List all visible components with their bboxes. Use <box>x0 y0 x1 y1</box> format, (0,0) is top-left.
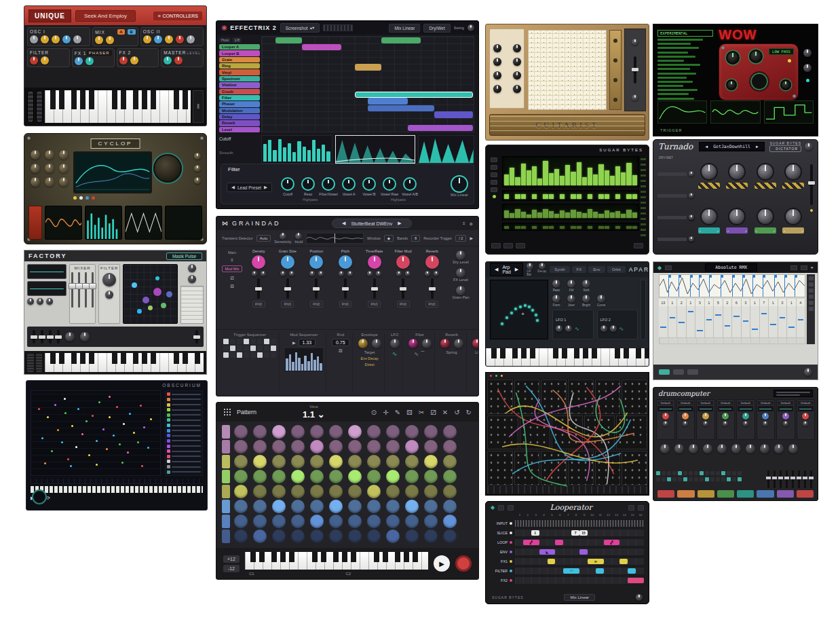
prev-icon[interactable]: ◀ <box>342 221 345 226</box>
mode-button[interactable] <box>491 187 497 192</box>
row-button[interactable] <box>809 276 814 280</box>
fx-amount-knob[interactable] <box>784 208 802 225</box>
gate-step[interactable] <box>549 194 554 199</box>
mod-step[interactable] <box>598 226 603 229</box>
slice-number-cell[interactable]: 6 <box>732 299 742 306</box>
knob[interactable] <box>632 94 638 101</box>
pattern-cell[interactable] <box>443 425 457 439</box>
effect-step-row[interactable]: ◣ <box>514 548 645 556</box>
preset-list-item[interactable] <box>657 64 700 66</box>
velocity-step-bar[interactable] <box>565 212 570 218</box>
pattern-cell[interactable] <box>367 530 381 543</box>
gate-step[interactable] <box>626 194 631 199</box>
step-cell[interactable] <box>716 477 720 481</box>
pattern-cell[interactable] <box>405 500 419 513</box>
sequence-list[interactable] <box>180 286 204 324</box>
play-icon[interactable]: ▸ <box>811 265 814 270</box>
gate-step[interactable] <box>532 194 537 199</box>
pitch-step-bar[interactable] <box>626 163 631 185</box>
step-cell[interactable] <box>662 477 666 481</box>
param-slider[interactable] <box>315 278 318 299</box>
effect-row-button[interactable]: Ring <box>219 63 260 69</box>
preset-list-item[interactable] <box>657 43 691 45</box>
velocity-step-bar[interactable] <box>504 210 509 218</box>
row-button[interactable] <box>809 282 814 286</box>
param-mini-knob[interactable] <box>339 271 344 276</box>
wobble-mode-button[interactable] <box>28 206 42 240</box>
matrix-dot[interactable] <box>166 291 172 297</box>
pattern-cell[interactable] <box>386 485 400 498</box>
slice-number-cell[interactable]: 2 <box>723 299 733 306</box>
step-level-cell[interactable] <box>742 306 751 337</box>
pencil-icon[interactable]: ✎ <box>395 409 400 416</box>
step-level-cell[interactable] <box>723 306 733 337</box>
channel-fader[interactable] <box>786 470 788 488</box>
pattern-cell[interactable] <box>424 530 438 543</box>
slice-marker[interactable] <box>709 275 710 297</box>
edit-knob[interactable] <box>746 444 755 453</box>
channel-knob[interactable] <box>743 421 748 426</box>
effect-step-block[interactable]: 15 <box>579 530 588 536</box>
rnd-button[interactable]: RND <box>397 301 410 308</box>
page-tab[interactable]: Orbit <box>607 266 626 273</box>
effect-step-block[interactable]: ▞ <box>523 540 539 545</box>
mod-step[interactable] <box>532 226 537 229</box>
preset-list-item[interactable] <box>657 47 699 49</box>
prev-fx-icon[interactable]: ‹ <box>784 229 785 233</box>
knob[interactable] <box>31 177 40 187</box>
effect-block[interactable] <box>434 111 474 117</box>
settings-button[interactable] <box>638 505 644 511</box>
gate-step[interactable] <box>605 194 609 199</box>
effect-step-block[interactable]: ≋ <box>588 559 604 564</box>
curve-icons[interactable]: ∿ ⌒ <box>414 350 425 358</box>
sequence-dot[interactable] <box>116 406 118 408</box>
fx-chip[interactable] <box>673 369 684 375</box>
param-mini-knob[interactable] <box>434 271 439 276</box>
sequence-dot[interactable] <box>92 415 94 417</box>
mod-mix-button[interactable]: Mod Mix <box>222 265 242 272</box>
pattern-cell[interactable] <box>405 470 419 483</box>
gate-step[interactable] <box>588 194 592 199</box>
pattern-cell[interactable] <box>443 455 457 468</box>
velocity-step-bar[interactable] <box>554 214 559 218</box>
sequence-dot[interactable] <box>129 413 131 415</box>
knob[interactable] <box>188 264 196 272</box>
pattern-cell[interactable] <box>272 455 286 468</box>
gate-step[interactable] <box>521 194 526 199</box>
pattern-cell[interactable] <box>234 455 248 468</box>
preset-list-item[interactable] <box>657 81 693 83</box>
pattern-cell[interactable] <box>253 425 267 439</box>
knob[interactable] <box>45 164 54 173</box>
effect-step-block[interactable]: ▞ <box>604 540 620 545</box>
step-level-cell[interactable] <box>787 306 797 337</box>
pitch-wheel[interactable] <box>27 353 34 372</box>
module[interactable] <box>487 451 513 485</box>
crosshair-icon[interactable]: + <box>521 311 524 317</box>
dice-icon[interactable]: ⚄ <box>230 284 233 289</box>
velocity-step-bar[interactable] <box>621 214 626 218</box>
cutoff-bar[interactable] <box>292 152 296 162</box>
osc2-knob[interactable] <box>176 35 184 43</box>
knob[interactable] <box>59 150 69 160</box>
env-slider[interactable] <box>41 330 43 344</box>
pattern-cell[interactable] <box>424 440 438 453</box>
pattern-cell[interactable] <box>367 425 381 439</box>
env-decay-value[interactable]: Env Decay <box>361 356 379 360</box>
velocity-step-bar[interactable] <box>571 210 575 218</box>
preset-list-item[interactable] <box>657 85 683 87</box>
pattern-cell[interactable] <box>348 470 362 483</box>
step-cell[interactable] <box>683 471 687 475</box>
led[interactable] <box>85 196 89 200</box>
pattern-cell[interactable] <box>348 515 362 528</box>
empty-slot-plate[interactable] <box>698 183 720 189</box>
synth-knob[interactable] <box>567 280 575 288</box>
mod-bar[interactable] <box>301 364 304 371</box>
pitch-step-bar[interactable] <box>615 166 620 185</box>
scope-display[interactable] <box>657 100 707 124</box>
gate-sequencer-lcd[interactable] <box>502 190 639 201</box>
channel-knob[interactable] <box>683 421 688 426</box>
param-mini-knob[interactable] <box>309 271 315 276</box>
pattern-cell[interactable] <box>272 425 286 439</box>
channel-select-button[interactable] <box>677 490 694 498</box>
osc1-knob[interactable] <box>41 35 49 43</box>
